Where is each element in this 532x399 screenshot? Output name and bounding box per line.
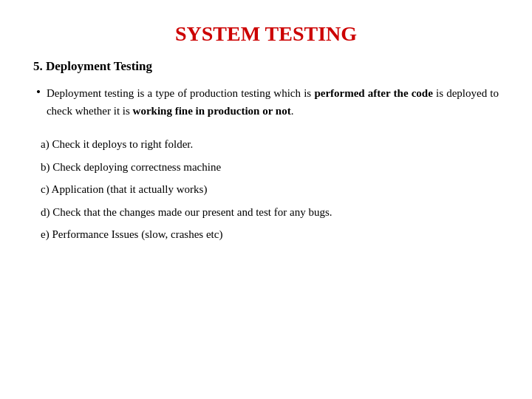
section-heading: 5. Deployment Testing (33, 59, 499, 74)
list-item: c) Application (that it actually works) (41, 181, 499, 198)
list-item: d) Check that the changes made our prese… (41, 204, 499, 221)
sub-item-label: c) (41, 183, 50, 195)
sub-item-label: a) (41, 138, 50, 150)
sub-items-list: a) Check it deploys to right folder. b) … (33, 136, 499, 243)
sub-item-label: b) (41, 161, 50, 173)
list-item: e) Performance Issues (slow, crashes etc… (41, 226, 499, 243)
sub-item-label: d) (41, 206, 50, 218)
bullet-icon: • (36, 85, 41, 100)
sub-item-label: e) (41, 228, 50, 240)
list-item: a) Check it deploys to right folder. (41, 136, 499, 153)
list-item: b) Check deploying correctness machine (41, 159, 499, 176)
page-title: SYSTEM TESTING (33, 22, 499, 46)
slide: SYSTEM TESTING 5. Deployment Testing • D… (0, 0, 532, 399)
bullet-text: Deployment testing is a type of producti… (47, 84, 499, 120)
section-number: 5. (33, 59, 43, 73)
section-title: Deployment Testing (46, 59, 152, 73)
main-bullet: • Deployment testing is a type of produc… (33, 84, 499, 120)
